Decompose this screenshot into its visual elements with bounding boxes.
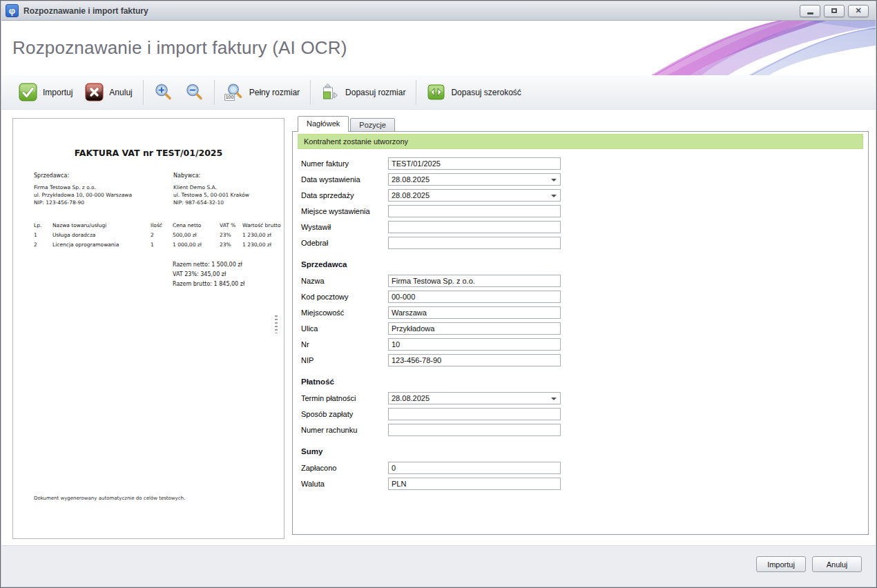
full-size-label: Pełny rozmiar (249, 88, 300, 97)
invoice-seller-block: Sprzedawca: Firma Testowa Sp. z o.o. ul.… (34, 173, 132, 206)
invoice-buyer-block: Nabywca: Klient Demo S.A. ul. Testowa 5,… (173, 173, 249, 206)
zoom-in-button[interactable] (148, 81, 179, 104)
full-size-button[interactable]: 100 Pełny rozmiar (219, 81, 306, 104)
invoice-number-label: Numer faktury (301, 159, 388, 168)
seller-street-input[interactable] (388, 322, 561, 335)
full-size-icon: 100 (225, 83, 244, 101)
invoice-buyer-name: Klient Demo S.A. (173, 184, 249, 191)
app-icon: φ (6, 4, 19, 17)
close-button[interactable]: ✕ (848, 5, 869, 17)
toolbar-separator (143, 80, 144, 105)
decorative-wave-graphic (586, 21, 876, 75)
maximize-button[interactable] (824, 5, 845, 17)
toolbar: Importuj Anuluj (1, 75, 876, 110)
issued-by-label: Wystawił (301, 223, 388, 231)
zoom-out-icon (185, 83, 204, 101)
seller-city-input[interactable] (388, 306, 561, 319)
toolbar-cancel-label: Anuluj (109, 88, 132, 97)
dialog-footer: Importuj Anuluj (1, 545, 876, 587)
issue-date-select[interactable]: 28.08.2025 (388, 173, 561, 186)
seller-number-input[interactable] (388, 338, 561, 351)
seller-name-label: Nazwa (301, 277, 388, 285)
cancel-x-icon (85, 83, 104, 101)
window-title: Rozpoznawanie i import faktury (23, 6, 148, 16)
tab-pozycje[interactable]: Pozycje (350, 118, 395, 132)
invoice-preview-panel[interactable]: FAKTURA VAT nr TEST/01/2025 Sprzedawca: … (12, 118, 285, 539)
issued-by-input[interactable] (388, 221, 561, 233)
payment-due-select[interactable]: 28.08.2025 (388, 392, 561, 404)
sale-date-select[interactable]: 28.08.2025 (388, 189, 561, 202)
paid-label: Zapłacono (301, 464, 388, 472)
issue-date-label: Data wystawienia (301, 175, 388, 184)
payment-method-input[interactable] (388, 408, 561, 420)
minimize-button[interactable] (800, 5, 820, 17)
invoice-table-header: Lp. Nazwa towaru/usługi Ilość Cena netto… (13, 222, 284, 231)
fit-width-label: Dopasuj szerokość (451, 88, 521, 97)
received-by-input[interactable] (388, 237, 561, 249)
invoice-seller-nip: NIP: 123-456-78-90 (34, 199, 132, 206)
toolbar-import-button[interactable]: Importuj (12, 81, 79, 104)
invoice-seller-address: ul. Przykładowa 10, 00-000 Warszawa (34, 191, 132, 199)
dialog-window: φ Rozpoznawanie i import faktury ✕ (0, 0, 877, 588)
import-check-icon (19, 83, 37, 101)
chevron-down-icon (551, 179, 557, 184)
seller-name-input[interactable] (388, 275, 561, 287)
toolbar-import-label: Importuj (43, 88, 73, 97)
page-header: Rozpoznawanie i import faktury (AI OCR) (1, 21, 876, 75)
toolbar-separator (214, 80, 215, 105)
account-number-input[interactable] (388, 424, 561, 436)
footer-import-button[interactable]: Importuj (756, 556, 806, 572)
zoom-in-icon (154, 83, 173, 101)
content-area: FAKTURA VAT nr TEST/01/2025 Sprzedawca: … (1, 110, 876, 546)
payment-section-header: Płatność (301, 378, 868, 386)
title-bar[interactable]: φ Rozpoznawanie i import faktury ✕ (1, 1, 876, 21)
chevron-down-icon (551, 195, 557, 200)
fit-size-button[interactable]: Dopasuj rozmiar (315, 81, 412, 104)
maximize-icon (831, 8, 837, 13)
fit-width-icon (427, 83, 445, 101)
sums-section-header: Sumy (301, 447, 868, 455)
invoice-total-net: Razem netto: 1 500,00 zł (173, 262, 242, 268)
invoice-title: FAKTURA VAT nr TEST/01/2025 (13, 148, 284, 158)
invoice-seller-name: Firma Testowa Sp. z o.o. (34, 184, 132, 191)
invoice-number-input[interactable] (388, 157, 561, 170)
seller-street-label: Ulica (301, 324, 388, 333)
invoice-seller-label: Sprzedawca: (34, 173, 132, 179)
window-controls: ✕ (800, 5, 871, 17)
form-body: Numer faktury Data wystawienia 28.08.202… (293, 157, 868, 490)
invoice-buyer-address: ul. Testowa 5, 00-001 Kraków (173, 191, 249, 199)
invoice-table-row: 1 Usługa doradcza 2 500,00 zł 23% 1 230,… (13, 232, 284, 240)
toolbar-cancel-button[interactable]: Anuluj (79, 81, 138, 104)
invoice-total-vat: VAT 23%: 345,00 zł (173, 271, 226, 277)
seller-city-label: Miejscowość (301, 308, 388, 317)
payment-due-label: Termin płatności (301, 394, 388, 402)
paid-input[interactable] (388, 462, 561, 474)
tab-naglowek[interactable]: Nagłówek (298, 116, 349, 132)
toolbar-separator (310, 80, 311, 105)
currency-input[interactable] (388, 478, 561, 490)
issue-place-label: Miejsce wystawienia (301, 207, 388, 215)
invoice-buyer-nip: NIP: 987-654-32-10 (173, 199, 249, 206)
invoice-table-row: 2 Licencja oprogramowania 1 1 000,00 zł … (13, 242, 284, 250)
contractor-status-banner: Kontrahent zostanie utworzony (298, 134, 863, 149)
minimize-icon (807, 12, 813, 14)
fit-size-label: Dopasuj rozmiar (345, 88, 405, 97)
zoom-out-button[interactable] (179, 81, 210, 104)
sale-date-label: Data sprzedaży (301, 191, 388, 199)
footer-cancel-button[interactable]: Anuluj (812, 556, 862, 572)
seller-postal-label: Kod pocztowy (301, 293, 388, 301)
issue-place-input[interactable] (388, 205, 561, 217)
currency-label: Waluta (301, 480, 388, 488)
seller-nip-label: NIP (301, 356, 388, 364)
seller-section-header: Sprzedawca (301, 260, 868, 268)
tab-strip: Nagłówek Pozycje (298, 116, 395, 132)
seller-nip-input[interactable] (388, 354, 561, 366)
invoice-total-gross: Razem brutto: 1 845,00 zł (173, 281, 244, 287)
phi-glyph: φ (9, 6, 15, 15)
invoice-footer-note: Dokument wygenerowany automatycznie do c… (34, 496, 185, 501)
invoice-buyer-label: Nabywca: (173, 173, 249, 179)
seller-postal-input[interactable] (388, 291, 561, 303)
panel-splitter[interactable] (273, 118, 279, 539)
seller-number-label: Nr (301, 340, 388, 349)
fit-width-button[interactable]: Dopasuj szerokość (421, 81, 527, 104)
